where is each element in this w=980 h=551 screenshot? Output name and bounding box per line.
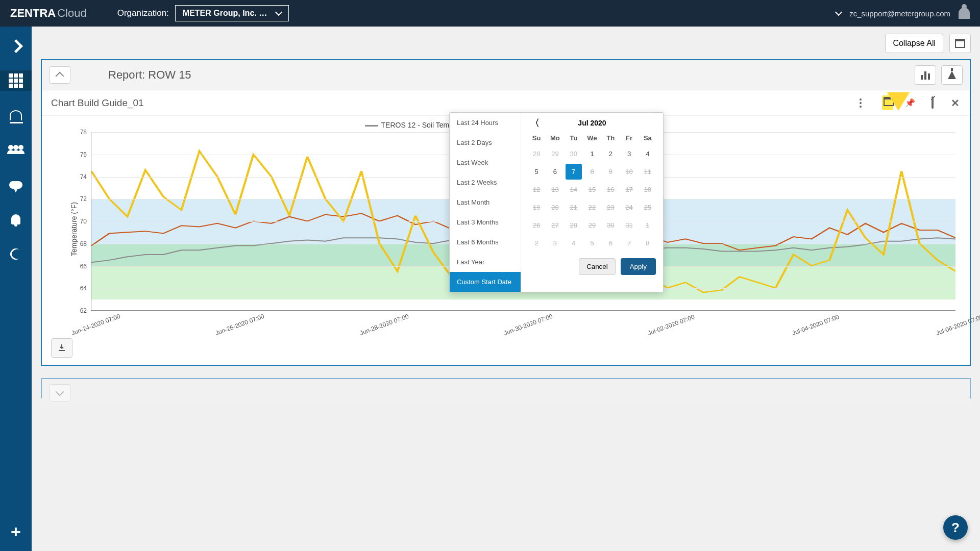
user-icon [959,8,970,19]
chevron-down-icon [835,9,842,16]
chevron-down-icon [275,9,282,16]
user-email: zc_support@metergroup.com [849,9,950,18]
brand-logo: ZENTRACloud [10,7,87,20]
brand-main: ZENTRA [10,7,56,19]
user-menu[interactable]: zc_support@metergroup.com [836,8,970,19]
org-selector[interactable]: METER Group, Inc. … [175,5,289,21]
app-header: ZENTRACloud Organization: METER Group, I… [0,0,980,27]
org-label: Organization: [117,8,169,18]
brand-sub: Cloud [57,7,86,19]
org-value: METER Group, Inc. … [183,9,267,18]
